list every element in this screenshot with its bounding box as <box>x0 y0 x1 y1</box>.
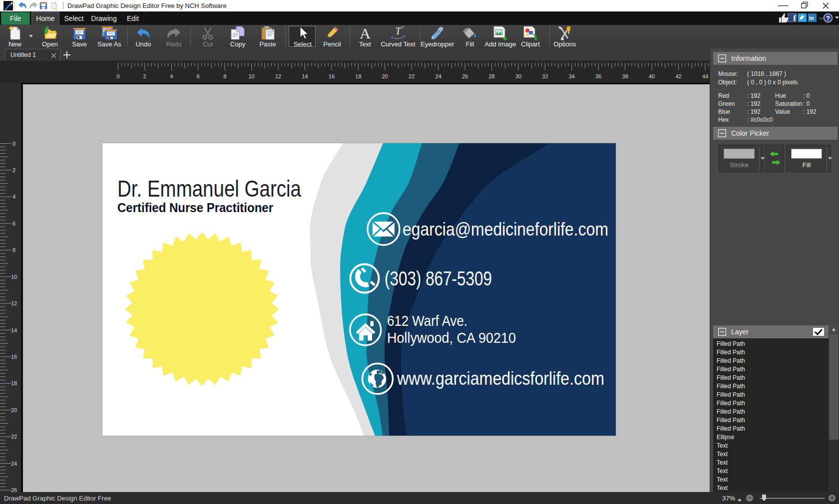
svg-text:44: 44 <box>702 73 708 79</box>
svg-text:10: 10 <box>248 73 254 79</box>
svg-text:26: 26 <box>462 73 468 79</box>
svg-text:26: 26 <box>11 487 17 492</box>
svg-text:32: 32 <box>542 73 548 79</box>
svg-text:30: 30 <box>515 73 521 79</box>
svg-text:T: T <box>395 25 402 36</box>
svg-text:24: 24 <box>435 73 441 79</box>
svg-text:612 Warf Ave.: 612 Warf Ave. <box>387 313 467 329</box>
svg-text:0: 0 <box>12 141 15 147</box>
svg-text:24: 24 <box>11 461 17 467</box>
svg-text:0: 0 <box>116 73 119 79</box>
svg-text:22: 22 <box>11 434 17 440</box>
svg-text:2: 2 <box>12 167 15 173</box>
svg-text:in: in <box>809 15 814 21</box>
svg-text:38: 38 <box>622 73 628 79</box>
svg-text:18: 18 <box>11 380 17 386</box>
svg-text:www.garciamedicsforlife.com: www.garciamedicsforlife.com <box>397 368 604 389</box>
svg-text:?: ? <box>826 14 830 22</box>
svg-text:14: 14 <box>302 73 308 79</box>
svg-text:8: 8 <box>12 247 15 253</box>
svg-text:40: 40 <box>649 73 655 79</box>
svg-text:Certified Nurse Practitioner: Certified Nurse Practitioner <box>117 201 273 215</box>
svg-text:6: 6 <box>197 73 200 79</box>
svg-text:egarcia@medicineforlife.com: egarcia@medicineforlife.com <box>403 219 608 240</box>
svg-text:8: 8 <box>223 73 226 79</box>
svg-text:A: A <box>360 25 371 40</box>
svg-text:10: 10 <box>11 274 17 280</box>
svg-text:12: 12 <box>275 73 281 79</box>
svg-text:36: 36 <box>595 73 601 79</box>
svg-text:6: 6 <box>12 221 15 227</box>
svg-text:28: 28 <box>488 73 494 79</box>
svg-text:4: 4 <box>12 194 15 200</box>
svg-text:12: 12 <box>11 300 17 306</box>
svg-text:20: 20 <box>382 73 388 79</box>
svg-text:18: 18 <box>355 73 361 79</box>
svg-text:16: 16 <box>329 73 335 79</box>
svg-text:f: f <box>793 13 796 23</box>
svg-text:Hollywood, CA 90210: Hollywood, CA 90210 <box>387 330 516 346</box>
svg-text:20: 20 <box>11 407 17 413</box>
svg-text:4: 4 <box>170 73 173 79</box>
svg-text:2: 2 <box>143 73 146 79</box>
svg-text:22: 22 <box>409 73 415 79</box>
svg-text:42: 42 <box>675 73 681 79</box>
svg-text:14: 14 <box>11 327 17 333</box>
svg-text:16: 16 <box>11 354 17 360</box>
svg-text:34: 34 <box>569 73 575 79</box>
svg-text:(303) 867-5309: (303) 867-5309 <box>385 267 492 289</box>
svg-text:Dr. Emmanuel Garcia: Dr. Emmanuel Garcia <box>117 176 301 202</box>
